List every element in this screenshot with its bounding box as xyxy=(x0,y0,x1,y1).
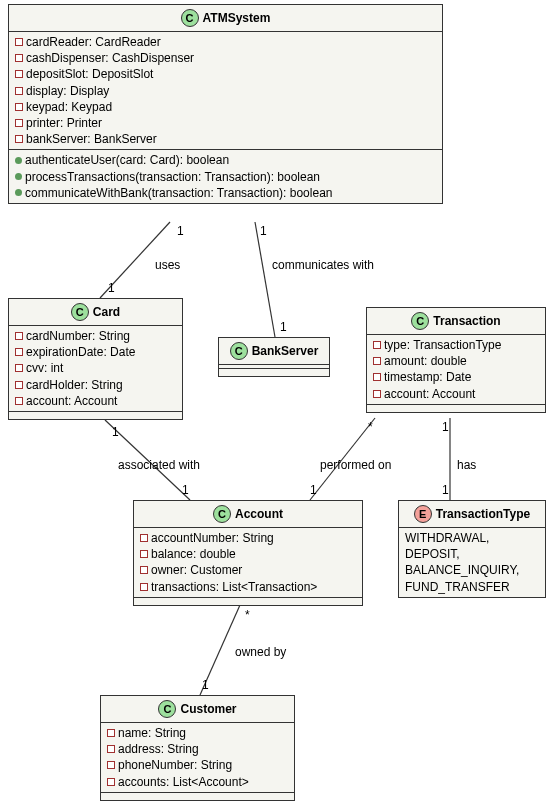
svg-line-1 xyxy=(255,222,275,337)
attr: account: Account xyxy=(26,393,117,409)
attr: cardHolder: String xyxy=(26,377,123,393)
mult: 1 xyxy=(182,483,189,497)
attr: balance: double xyxy=(151,546,236,562)
attr: account: Account xyxy=(384,386,475,402)
class-account: C Account accountNumber: String balance:… xyxy=(133,500,363,606)
mult: 1 xyxy=(442,483,449,497)
class-title: TransactionType xyxy=(436,507,530,521)
attr: keypad: Keypad xyxy=(26,99,112,115)
attr: cardNumber: String xyxy=(26,328,130,344)
attr: transactions: List<Transaction> xyxy=(151,579,317,595)
class-title: Account xyxy=(235,507,283,521)
enum-icon: E xyxy=(414,505,432,523)
class-title: BankServer xyxy=(252,344,319,358)
class-icon: C xyxy=(158,700,176,718)
mult: 1 xyxy=(202,678,209,692)
attr: expirationDate: Date xyxy=(26,344,135,360)
method-icon xyxy=(15,157,22,164)
attr: cardReader: CardReader xyxy=(26,34,161,50)
class-title: Customer xyxy=(180,702,236,716)
attr: amount: double xyxy=(384,353,467,369)
attr: cashDispenser: CashDispenser xyxy=(26,50,194,66)
method: authenticateUser(card: Card): boolean xyxy=(25,152,229,168)
attr: address: String xyxy=(118,741,199,757)
mult: 1 xyxy=(177,224,184,238)
rel-label-has: has xyxy=(457,458,476,472)
rel-label-uses: uses xyxy=(155,258,180,272)
attr: type: TransactionType xyxy=(384,337,501,353)
attr: display: Display xyxy=(26,83,109,99)
class-icon: C xyxy=(411,312,429,330)
mult: 1 xyxy=(260,224,267,238)
enum-value: BALANCE_INQUIRY, xyxy=(405,562,519,578)
class-icon: C xyxy=(181,9,199,27)
class-title: Transaction xyxy=(433,314,500,328)
enum-value: WITHDRAWAL, xyxy=(405,530,489,546)
class-title: ATMSystem xyxy=(203,11,271,25)
attr: bankServer: BankServer xyxy=(26,131,157,147)
method: processTransactions(transaction: Transac… xyxy=(25,169,320,185)
class-atmsystem: C ATMSystem cardReader: CardReader cashD… xyxy=(8,4,443,204)
rel-label-owned: owned by xyxy=(235,645,286,659)
class-card: C Card cardNumber: String expirationDate… xyxy=(8,298,183,420)
attr: accounts: List<Account> xyxy=(118,774,249,790)
attr: timestamp: Date xyxy=(384,369,471,385)
attr: owner: Customer xyxy=(151,562,242,578)
mult: * xyxy=(368,420,373,434)
attr: phoneNumber: String xyxy=(118,757,232,773)
mult: * xyxy=(245,608,250,622)
mult: 1 xyxy=(108,281,115,295)
enum-transactiontype: E TransactionType WITHDRAWAL, DEPOSIT, B… xyxy=(398,500,546,598)
class-title: Card xyxy=(93,305,120,319)
method: communicateWithBank(transaction: Transac… xyxy=(25,185,332,201)
attr: name: String xyxy=(118,725,186,741)
class-transaction: C Transaction type: TransactionType amou… xyxy=(366,307,546,413)
class-customer: C Customer name: String address: String … xyxy=(100,695,295,801)
mult: 1 xyxy=(310,483,317,497)
attr: depositSlot: DepositSlot xyxy=(26,66,153,82)
class-icon: C xyxy=(213,505,231,523)
attr: printer: Printer xyxy=(26,115,102,131)
attr: accountNumber: String xyxy=(151,530,274,546)
rel-label-communicates: communicates with xyxy=(272,258,374,272)
enum-value: FUND_TRANSFER xyxy=(405,579,510,595)
rel-label-associated: associated with xyxy=(118,458,200,472)
class-icon: C xyxy=(71,303,89,321)
mult: 1 xyxy=(280,320,287,334)
attr: cvv: int xyxy=(26,360,63,376)
mult: 1 xyxy=(442,420,449,434)
class-bankserver: C BankServer xyxy=(218,337,330,377)
rel-label-performed: performed on xyxy=(320,458,391,472)
mult: 1 xyxy=(112,425,119,439)
class-icon: C xyxy=(230,342,248,360)
attr-icon xyxy=(15,38,23,46)
enum-value: DEPOSIT, xyxy=(405,546,460,562)
